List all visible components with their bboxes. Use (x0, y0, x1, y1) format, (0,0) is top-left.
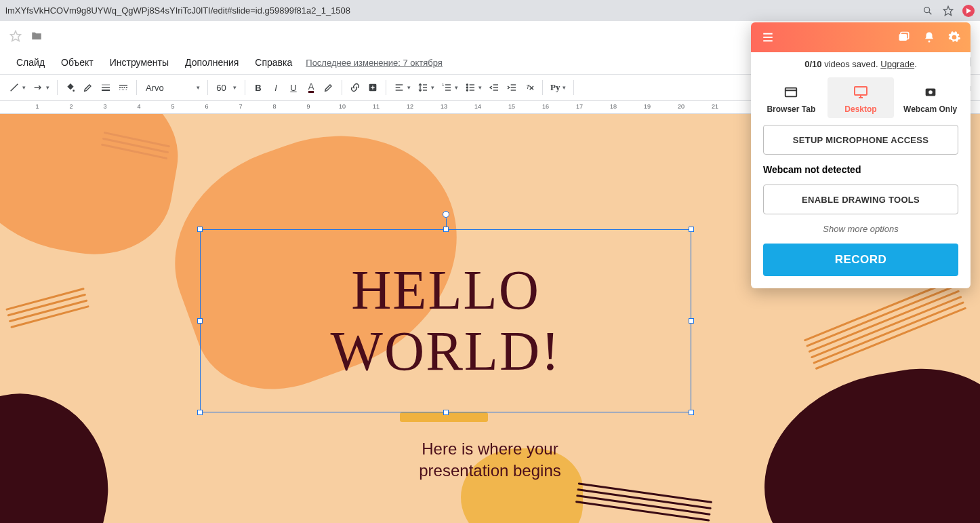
rotate-handle[interactable] (443, 211, 449, 218)
fill-color[interactable] (62, 78, 79, 97)
star-icon[interactable] (9, 30, 22, 42)
decorative-blob (0, 114, 190, 267)
mode-webcam[interactable]: Webcam Only (897, 77, 964, 118)
resize-handle[interactable] (197, 318, 203, 324)
decorative-scribble (5, 284, 91, 332)
menu-icon[interactable] (760, 31, 775, 43)
svg-point-31 (466, 90, 468, 91)
mode-browser-tab[interactable]: Browser Tab (758, 77, 824, 118)
folder-icon[interactable] (30, 30, 43, 42)
svg-rect-51 (785, 88, 797, 97)
bell-icon[interactable] (923, 31, 935, 44)
bold-button[interactable]: B (250, 78, 266, 97)
videos-saved-status: 0/10 videos saved. Upgrade. (751, 52, 971, 75)
resize-handle[interactable] (689, 410, 694, 415)
clear-format[interactable]: T (521, 78, 537, 97)
border-weight[interactable] (98, 78, 114, 97)
last-edit-link[interactable]: Последнее изменение: 7 октября (306, 58, 443, 68)
svg-point-29 (466, 84, 468, 85)
menu-object[interactable]: Объект (53, 54, 102, 71)
browser-address-bar: lmXYfsVkHCOVm9g8UYWq_QgWPj8S4sYIriTcJ0lT… (0, 0, 980, 21)
svg-text:1: 1 (442, 83, 444, 87)
recorder-panel: 0/10 videos saved. Upgrade. Browser Tab … (751, 22, 971, 288)
browser-tab-icon (758, 83, 824, 102)
border-dash[interactable] (115, 78, 131, 97)
desktop-icon (828, 83, 894, 102)
indent-decrease[interactable] (486, 78, 502, 97)
zoom-icon[interactable] (922, 5, 934, 17)
subtitle-line-2: presentation begins (0, 460, 980, 482)
resize-handle[interactable] (197, 410, 203, 415)
insert-link[interactable] (347, 78, 363, 97)
menu-slide[interactable]: Слайд (8, 54, 53, 71)
svg-point-57 (928, 90, 933, 94)
svg-point-50 (928, 41, 931, 43)
setup-mic-button[interactable]: SETUP MICROPHONE ACCESS (763, 125, 958, 155)
webcam-notice: Webcam not detected (763, 164, 861, 175)
resize-handle[interactable] (689, 318, 694, 324)
resize-handle[interactable] (443, 227, 449, 232)
title-line-2[interactable]: WORLD! (331, 321, 561, 382)
record-button[interactable]: RECORD (763, 244, 958, 276)
subtitle-line-1: Here is where your (0, 438, 980, 460)
font-size-select[interactable]: 60▾ (213, 78, 240, 97)
svg-rect-53 (855, 87, 867, 95)
videos-icon[interactable] (897, 31, 911, 44)
resize-handle[interactable] (443, 410, 449, 415)
show-more-link[interactable]: Show more options (823, 224, 898, 234)
svg-line-1 (929, 12, 931, 14)
title-line-1[interactable]: HELLO (351, 260, 540, 321)
cyrillic-format[interactable]: Ру▾ (548, 78, 569, 97)
italic-button[interactable]: I (268, 78, 284, 97)
url-text[interactable]: lmXYfsVkHCOVm9g8UYWq_QgWPj8S4sYIriTcJ0lT… (5, 5, 922, 16)
decorative-scribble (575, 478, 713, 523)
numbered-list[interactable]: 1▾ (438, 78, 461, 97)
highlight-button[interactable] (321, 78, 337, 97)
mode-desktop[interactable]: Desktop (828, 77, 894, 118)
svg-marker-4 (11, 31, 21, 41)
webcam-icon (897, 83, 964, 102)
enable-drawing-button[interactable]: ENABLE DRAWING TOOLS (763, 185, 958, 214)
insert-comment[interactable] (365, 78, 381, 97)
underline-button[interactable]: U (285, 78, 302, 97)
text-color-button[interactable]: A (303, 78, 319, 97)
resize-handle[interactable] (689, 227, 694, 232)
font-family-select[interactable]: Arvo▾ (142, 78, 203, 97)
svg-marker-2 (943, 6, 952, 15)
upgrade-link[interactable]: Upgrade (880, 59, 914, 69)
svg-point-9 (73, 90, 75, 92)
gear-icon[interactable] (947, 31, 961, 44)
border-color[interactable] (80, 78, 96, 97)
panel-header (751, 22, 971, 52)
arrow-tool[interactable]: ▾ (30, 78, 52, 97)
line-spacing[interactable]: ▾ (415, 78, 437, 97)
extension-icon[interactable] (962, 5, 975, 17)
line-tool[interactable]: ▾ (6, 78, 28, 97)
menu-addons[interactable]: Дополнения (177, 54, 247, 71)
decorative-scribble (802, 275, 968, 374)
title-textbox[interactable]: HELLO WORLD! (200, 229, 691, 412)
svg-text:T: T (526, 83, 530, 90)
svg-line-7 (11, 84, 18, 92)
align-button[interactable]: ▾ (391, 78, 413, 97)
bookmark-star-icon[interactable] (942, 5, 954, 17)
indent-increase[interactable] (504, 78, 520, 97)
record-mode-tabs: Browser Tab Desktop Webcam Only (751, 75, 971, 122)
svg-marker-3 (966, 8, 971, 14)
bulleted-list[interactable]: ▾ (462, 78, 485, 97)
subtitle-textbox[interactable]: Here is where your presentation begins (0, 438, 980, 482)
resize-handle[interactable] (197, 227, 203, 232)
menu-help[interactable]: Справка (247, 54, 300, 71)
svg-point-30 (466, 87, 468, 88)
svg-point-0 (924, 7, 930, 12)
menu-tools[interactable]: Инструменты (102, 54, 177, 71)
